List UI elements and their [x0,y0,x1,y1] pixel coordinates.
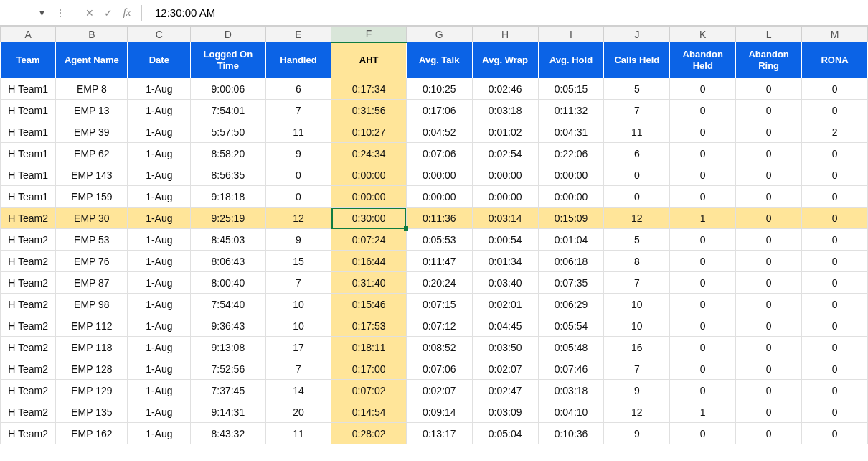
cell[interactable]: H Team1 [1,78,56,100]
cell[interactable]: 0 [736,100,802,121]
cell[interactable]: 0:04:31 [538,121,604,143]
cell[interactable]: 0:31:56 [331,100,406,121]
cell[interactable]: 9 [265,229,331,251]
cell[interactable]: 0 [802,164,868,186]
cell[interactable]: 0 [736,121,802,143]
cell[interactable]: 0:07:24 [331,229,406,251]
cell[interactable]: 0 [670,143,736,164]
table-row[interactable]: H Team2EMP 871-Aug8:00:4070:31:400:20:24… [1,272,868,294]
cell[interactable]: 0:00:00 [538,186,604,208]
table-row[interactable]: H Team2EMP 1281-Aug7:52:5670:17:000:07:0… [1,358,868,380]
column-header-H[interactable]: H [472,27,538,42]
column-header-M[interactable]: M [802,27,868,42]
cell[interactable]: 0 [736,315,802,337]
cell[interactable]: 8:56:35 [191,164,265,186]
cell[interactable]: EMP 135 [56,401,128,423]
cell[interactable]: 0 [802,100,868,121]
cell[interactable]: EMP 112 [56,315,128,337]
cell[interactable]: 0:10:27 [331,121,406,143]
cell[interactable]: 6 [604,143,670,164]
cell[interactable]: 0:18:11 [331,337,406,358]
column-header-G[interactable]: G [406,27,472,42]
cell[interactable]: 10 [265,315,331,337]
cell[interactable]: 0 [604,186,670,208]
cell[interactable]: 0 [670,337,736,358]
cell[interactable]: 7 [604,272,670,294]
cell[interactable]: 8:43:32 [191,423,265,444]
cell[interactable]: 0 [670,380,736,401]
cell[interactable]: 11 [265,121,331,143]
table-row[interactable]: H Team1EMP 391-Aug5:57:50110:10:270:04:5… [1,121,868,143]
cell[interactable]: 0:05:54 [538,315,604,337]
cell[interactable]: H Team2 [1,315,56,337]
cell[interactable]: 7:52:56 [191,358,265,380]
cell[interactable]: 0:06:29 [538,294,604,315]
cell[interactable]: 0:07:12 [406,315,472,337]
table-row[interactable]: H Team2EMP 761-Aug8:06:43150:16:440:11:4… [1,251,868,272]
table-row[interactable]: H Team2EMP 1181-Aug9:13:08170:18:110:08:… [1,337,868,358]
cell[interactable]: H Team1 [1,164,56,186]
cell[interactable]: 1-Aug [128,100,191,121]
cell[interactable]: 0 [802,337,868,358]
cell[interactable]: 0 [736,294,802,315]
fx-icon[interactable]: fx [120,6,134,20]
cell[interactable]: EMP 143 [56,164,128,186]
cell[interactable]: 0:07:46 [538,358,604,380]
cell[interactable]: 0 [802,208,868,229]
cell[interactable]: 1-Aug [128,294,191,315]
name-box[interactable]: ▼ [6,4,49,22]
cell[interactable]: 0 [265,164,331,186]
column-header-F[interactable]: F [331,27,406,42]
cell[interactable]: 9 [604,423,670,444]
cell[interactable]: 0:02:07 [472,358,538,380]
cell[interactable]: EMP 8 [56,78,128,100]
cell[interactable]: 0:11:32 [538,100,604,121]
cell[interactable]: 1 [670,401,736,423]
cell[interactable]: 6 [265,78,331,100]
table-row[interactable]: H Team2EMP 1621-Aug8:43:32110:28:020:13:… [1,423,868,444]
cell[interactable]: 9:14:31 [191,401,265,423]
cell[interactable]: 1 [670,208,736,229]
cell[interactable]: H Team2 [1,294,56,315]
cell[interactable]: 9:00:06 [191,78,265,100]
cell[interactable]: 1-Aug [128,164,191,186]
column-header-D[interactable]: D [191,27,265,42]
cell[interactable]: 2 [802,121,868,143]
cell[interactable]: H Team2 [1,208,56,229]
cell[interactable]: 0 [802,380,868,401]
cell[interactable]: 9 [265,143,331,164]
cell[interactable]: 12 [265,208,331,229]
cell[interactable]: 0 [802,401,868,423]
cell[interactable]: 0 [265,186,331,208]
cell[interactable]: EMP 30 [56,208,128,229]
cell[interactable]: 0:05:15 [538,78,604,100]
chevron-down-icon[interactable]: ▼ [38,9,46,17]
cell[interactable]: 0 [670,186,736,208]
cell[interactable]: 0:22:06 [538,143,604,164]
cell[interactable]: H Team1 [1,143,56,164]
cancel-icon[interactable]: ✕ [82,6,97,20]
table-row[interactable]: H Team1EMP 131-Aug7:54:0170:31:560:17:06… [1,100,868,121]
cell[interactable]: 0:05:48 [538,337,604,358]
table-row[interactable]: H Team2EMP 1351-Aug9:14:31200:14:540:09:… [1,401,868,423]
cell[interactable]: 0:03:09 [472,401,538,423]
cell[interactable]: 15 [265,251,331,272]
cell[interactable]: 0:15:46 [331,294,406,315]
cell[interactable]: 0 [670,229,736,251]
table-row[interactable]: H Team2EMP 1291-Aug7:37:45140:07:020:02:… [1,380,868,401]
cell[interactable]: 0:30:00 [331,208,406,229]
cell[interactable]: 1-Aug [128,358,191,380]
cell[interactable]: EMP 53 [56,229,128,251]
cell[interactable]: 1-Aug [128,272,191,294]
cell[interactable]: 10 [265,294,331,315]
cell[interactable]: EMP 118 [56,337,128,358]
cell[interactable]: 0:17:00 [331,358,406,380]
cell[interactable]: 0:09:14 [406,401,472,423]
cell[interactable]: 7:37:45 [191,380,265,401]
cell[interactable]: 0 [802,251,868,272]
cell[interactable]: 0:11:47 [406,251,472,272]
cell[interactable]: 9:18:18 [191,186,265,208]
cell[interactable]: 0:00:00 [538,164,604,186]
column-letters-row[interactable]: ABCDEFGHIJKLM [1,27,868,42]
table-row[interactable]: H Team2EMP 1121-Aug9:36:43100:17:530:07:… [1,315,868,337]
